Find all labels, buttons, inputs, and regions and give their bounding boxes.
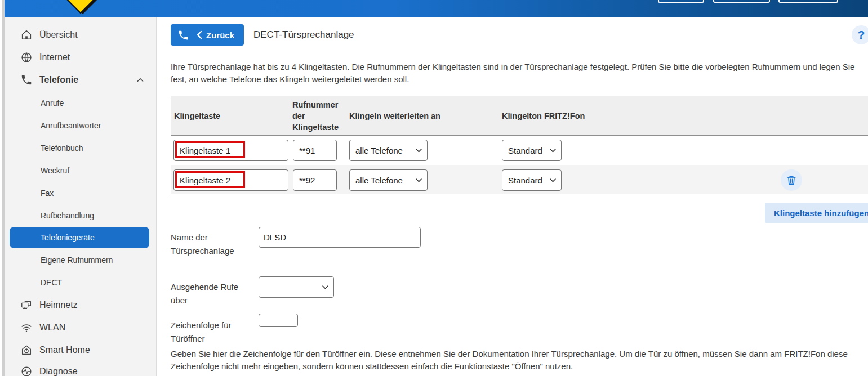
page-title: DECT-Türsprechanlage	[253, 29, 354, 41]
table-row: alle Telefone Standard	[171, 136, 868, 165]
name-label: Name der Türsprechanlage	[171, 231, 255, 258]
sidebar-item-internet[interactable]: Internet	[5, 46, 157, 69]
topbar-button-3[interactable]	[778, 0, 838, 3]
sidebar-item-heimnetz[interactable]: Heimnetz	[5, 294, 157, 316]
add-ring-button[interactable]: Klingeltaste hinzufügen	[765, 203, 868, 223]
ringtone-value: Standard	[508, 176, 542, 185]
forward-to-value: alle Telefone	[355, 176, 403, 185]
chevron-down-icon	[322, 285, 328, 289]
sidebar-item-label: Smart Home	[39, 345, 90, 355]
topbar	[5, 0, 868, 17]
window-edge-strip	[0, 0, 5, 376]
ring-button-number-input[interactable]	[293, 169, 337, 191]
sidebar-item-diagnose[interactable]: Diagnose	[5, 360, 157, 376]
sidebar-item-label: Weckruf	[41, 166, 69, 175]
col-header-rufnummer: Rufnummer der Klingeltaste	[292, 96, 344, 136]
globe-icon	[20, 51, 33, 64]
chevron-down-icon	[550, 178, 556, 182]
ringtone-select[interactable]: Standard	[502, 140, 562, 161]
sidebar-item-wlan[interactable]: WLAN	[5, 316, 157, 339]
sidebar-item-label: Anrufe	[41, 99, 64, 108]
ring-button-name-input[interactable]	[173, 169, 288, 191]
sidebar-item-label: Rufbehandlung	[41, 211, 94, 220]
sidebar-item-eigene-rufnummern[interactable]: Eigene Rufnummern	[5, 249, 157, 271]
trash-icon	[785, 174, 798, 186]
sidebar-item-label: Eigene Rufnummern	[41, 256, 113, 265]
col-header-weiterleiten: Klingeln weiterleiten an	[349, 96, 484, 136]
back-button-label: Zurück	[206, 30, 234, 40]
sidebar-item-weckruf[interactable]: Weckruf	[5, 159, 157, 182]
forward-to-value: alle Telefone	[355, 146, 403, 155]
sidebar-item-smart-home[interactable]: Smart Home	[5, 339, 157, 361]
forward-to-select[interactable]: alle Telefone	[349, 169, 428, 191]
sidebar-item-label: Übersicht	[39, 30, 78, 40]
phone-icon	[177, 29, 189, 41]
fritzbox-page: Übersicht Internet Telefonie Anrufe Anru…	[0, 0, 868, 376]
ring-button-name-input[interactable]	[173, 140, 288, 161]
sidebar-item-label: Telefonbuch	[41, 144, 83, 153]
intercom-name-input[interactable]	[259, 227, 421, 248]
sidebar-item-fax[interactable]: Fax	[5, 182, 157, 204]
phone-icon	[20, 74, 33, 86]
chevron-down-icon	[416, 178, 422, 182]
help-button[interactable]: ?	[852, 25, 868, 44]
sidebar-item-telefonie[interactable]: Telefonie	[5, 69, 157, 91]
chevron-left-icon	[195, 30, 203, 39]
sidebar-item-label: Diagnose	[39, 366, 78, 376]
table-header-row: Klingeltaste Rufnummer der Klingeltaste …	[171, 96, 868, 136]
sidebar-item-label: DECT	[41, 278, 62, 287]
topbar-button-1[interactable]	[658, 0, 704, 3]
table-row: alle Telefone Standard	[171, 165, 868, 194]
ring-button-number-input[interactable]	[293, 140, 337, 161]
sidebar-item-anrufe[interactable]: Anrufe	[5, 92, 157, 114]
ring-button-table: Klingeltaste Rufnummer der Klingeltaste …	[171, 96, 868, 194]
ringtone-select[interactable]: Standard	[502, 169, 562, 191]
delete-row-button[interactable]	[781, 169, 802, 191]
network-icon	[20, 299, 33, 311]
door-code-input[interactable]	[259, 314, 298, 327]
door-code-label: Zeichenfolge für Türöffner	[171, 319, 247, 346]
diagnose-icon	[20, 365, 33, 376]
sidebar-item-telefonbuch[interactable]: Telefonbuch	[5, 137, 157, 159]
chevron-down-icon	[550, 149, 556, 153]
smart-home-icon	[20, 344, 33, 356]
back-button[interactable]: Zurück	[171, 24, 244, 46]
sidebar-item-label: Telefoniegeräte	[41, 233, 95, 242]
col-header-klingeltaste: Klingeltaste	[174, 96, 287, 136]
sidebar-item-label: Telefonie	[39, 75, 78, 85]
sidebar: Übersicht Internet Telefonie Anrufe Anru…	[5, 17, 157, 376]
sidebar-item-anrufbeantworter[interactable]: Anrufbeantworter	[5, 114, 157, 137]
ringtone-value: Standard	[508, 146, 542, 155]
outgoing-calls-select[interactable]	[259, 276, 334, 298]
sidebar-item-dect[interactable]: DECT	[5, 271, 157, 294]
wifi-icon	[20, 321, 33, 334]
forward-to-select[interactable]: alle Telefone	[349, 140, 428, 161]
door-code-help-text: Geben Sie hier die Zeichenfolge für den …	[171, 348, 868, 373]
outgoing-calls-label: Ausgehende Rufe über	[171, 280, 247, 307]
chevron-down-icon	[416, 149, 422, 153]
sidebar-item-telefoniegeraete-selected[interactable]: Telefoniegeräte	[10, 227, 149, 248]
col-header-klingelton: Klingelton FRITZ!Fon	[502, 96, 671, 136]
home-icon	[20, 29, 33, 41]
sidebar-item-uebersicht[interactable]: Übersicht	[5, 24, 157, 46]
intro-text: Ihre Türsprechanlage hat bis zu 4 Klinge…	[171, 61, 867, 85]
sidebar-item-label: WLAN	[39, 323, 65, 333]
sidebar-item-label: Fax	[41, 189, 54, 198]
chevron-up-icon[interactable]	[135, 75, 145, 85]
fritz-logo-icon	[52, 0, 120, 17]
sidebar-item-label: Heimnetz	[39, 300, 78, 310]
sidebar-item-rufbehandlung[interactable]: Rufbehandlung	[5, 204, 157, 227]
topbar-button-2[interactable]	[713, 0, 770, 3]
sidebar-item-label: Anrufbeantworter	[41, 121, 101, 130]
sidebar-item-label: Internet	[39, 52, 70, 62]
